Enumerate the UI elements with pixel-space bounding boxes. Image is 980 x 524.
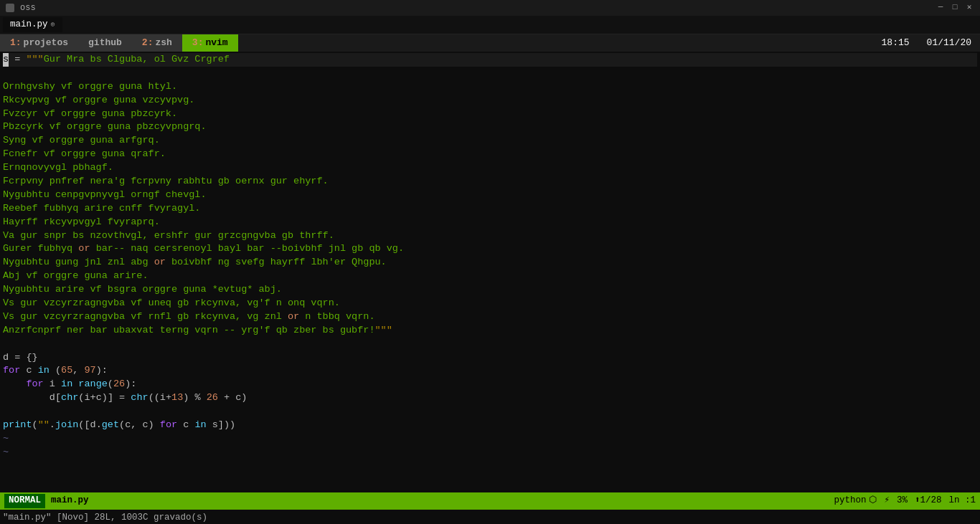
tmux-window-2[interactable]: 2:zsh <box>132 34 182 52</box>
line-15: Gurer fubhyq or bar-- naq cersrenoyl bay… <box>3 242 977 256</box>
encoding-icon: ⚡ <box>884 495 890 508</box>
tmux-window-1-label: projetos <box>24 37 68 49</box>
window-icon <box>6 4 14 12</box>
tmux-window-3[interactable]: 3:nvim <box>182 34 238 52</box>
line-3: Ornhgvshy vf orggre guna htyl. <box>3 80 977 94</box>
minimize-button[interactable]: ─ <box>936 3 946 13</box>
line-28: print("".join([d.get(c, c) for c in s])) <box>3 419 977 432</box>
tmux-time: 18:15 <box>873 34 918 52</box>
line-2 <box>3 67 977 80</box>
line-4: Rkcyvpvg vf orggre guna vzcyvpvg. <box>3 94 977 108</box>
line-1: s = """Gur Mra bs Clguba, ol Gvz Crgref <box>3 53 977 67</box>
status-line: NORMAL main.py python ⬡ ⚡ 3% ⬆1/28 ln :1 <box>0 492 980 510</box>
editor-content: s = """Gur Mra bs Clguba, ol Gvz Crgref … <box>3 53 977 491</box>
tmux-window-3-label: nvim <box>205 37 227 49</box>
line-12: Reebef fubhyq arire cnff fvyragyl. <box>3 202 977 216</box>
line-22 <box>3 338 977 351</box>
title-text: oss <box>20 2 36 14</box>
editor[interactable]: s = """Gur Mra bs Clguba, ol Gvz Crgref … <box>0 52 980 492</box>
title-bar-controls: ─ □ ✕ <box>936 3 974 13</box>
bottom-bar: "main.py" [Novo] 28L, 1003C gravado(s) <box>0 510 980 524</box>
line-10: Fcrpvny pnfref nera'g fcrpvny rabhtu gb … <box>3 175 977 189</box>
line-19: Vs gur vzcyrzragngvba vf uneq gb rkcynva… <box>3 297 977 310</box>
close-button[interactable]: ✕ <box>964 3 974 13</box>
bottom-bar-text: "main.py" [Novo] 28L, 1003C gravado(s) <box>3 512 207 524</box>
tmux-window-2-num: 2: <box>142 37 154 49</box>
line-tilde-1: ~ <box>3 432 977 446</box>
tab-bar: main.py ⊕ <box>0 16 980 34</box>
status-right: python ⬡ ⚡ 3% ⬆1/28 ln :1 <box>834 495 976 508</box>
line-11: Nygubhtu cenpgvpnyvgl orngf chevgl. <box>3 189 977 202</box>
line-21: Anzrfcnprf ner bar ubaxvat terng vqrn --… <box>3 324 977 338</box>
tmux-window-3-num: 3: <box>192 37 204 49</box>
line-5: Fvzcyr vf orggre guna pbzcyrk. <box>3 108 977 121</box>
tab-pin-icon: ⊕ <box>51 20 55 30</box>
tab-main-py[interactable]: main.py ⊕ <box>3 17 62 33</box>
cursor: s <box>3 53 9 67</box>
title-bar-left: oss <box>6 2 36 14</box>
line-20: Vs gur vzcyrzragngvba vf rnfl gb rkcynva… <box>3 310 977 324</box>
mode-badge: NORMAL <box>4 494 45 508</box>
scroll-percent: 3% <box>897 495 908 508</box>
tmux-window-github[interactable]: github <box>78 34 132 52</box>
line-18: Nygubhtu arire vf bsgra orggre guna *evt… <box>3 283 977 297</box>
line-27 <box>3 405 977 419</box>
line-tilde-2: ~ <box>3 446 977 459</box>
line-17: Abj vf orggre guna arire. <box>3 270 977 283</box>
title-bar: oss ─ □ ✕ <box>0 0 980 16</box>
line-25: for i in range(26): <box>3 378 977 391</box>
tmux-window-github-label: github <box>88 37 122 49</box>
status-left: NORMAL main.py <box>4 494 89 508</box>
line-col: ln :1 <box>948 495 976 508</box>
tab-label: main.py <box>10 19 48 32</box>
tmux-right: 18:15 01/11/20 <box>873 34 980 52</box>
tmux-window-1[interactable]: 1:projetos <box>0 34 78 52</box>
maximize-button[interactable]: □ <box>950 3 960 13</box>
line-8: Fcnefr vf orggre guna qrafr. <box>3 148 977 161</box>
plug-icon: ⬡ <box>869 495 877 508</box>
line-23: d = {} <box>3 351 977 365</box>
line-16: Nygubhtu gung jnl znl abg or boivbhf ng … <box>3 256 977 270</box>
line-9: Ernqnovyvgl pbhagf. <box>3 161 977 175</box>
status-filename: main.py <box>51 495 89 508</box>
tmux-window-1-num: 1: <box>10 37 22 49</box>
line-14: Va gur snpr bs nzovthvgl, ershfr gur grz… <box>3 229 977 243</box>
tmux-window-2-label: zsh <box>155 37 171 49</box>
line-13: Hayrff rkcyvpvgyl fvyraprq. <box>3 216 977 229</box>
status-filetype: python ⬡ <box>834 495 877 508</box>
line-7: Syng vf orggre guna arfgrq. <box>3 134 977 148</box>
tmux-date: 01/11/20 <box>918 34 980 52</box>
tmux-bar: 1:projetos github 2:zsh 3:nvim 18:15 01/… <box>0 34 980 52</box>
filetype-label: python <box>834 495 866 508</box>
line-6: Pbzcyrk vf orggre guna pbzcyvpngrq. <box>3 120 977 134</box>
tmux-windows: 1:projetos github 2:zsh 3:nvim <box>0 34 238 52</box>
line-26: d[chr(i+c)] = chr((i+13) % 26 + c) <box>3 391 977 405</box>
line-24: for c in (65, 97): <box>3 364 977 378</box>
position: ⬆1/28 <box>915 495 942 508</box>
